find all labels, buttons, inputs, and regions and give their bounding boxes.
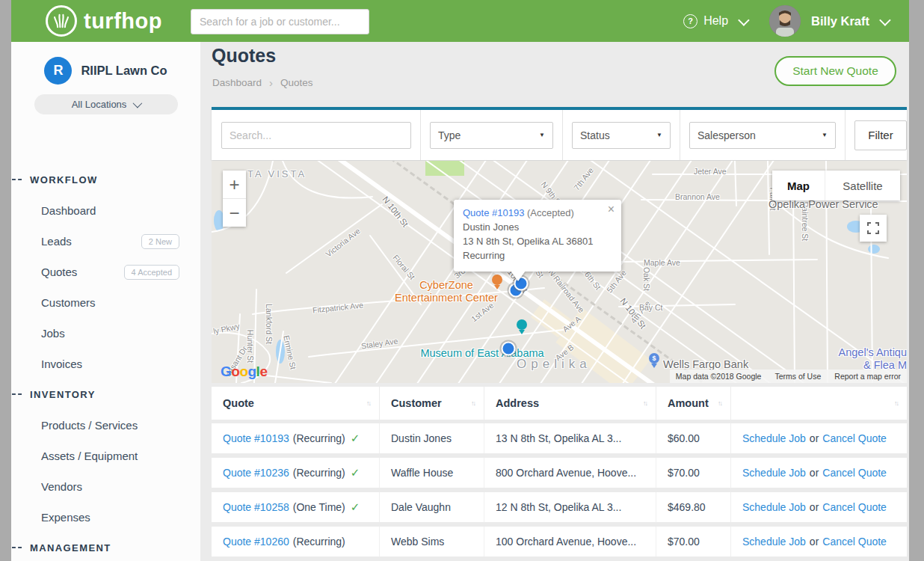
- column-header-amount[interactable]: Amount↑↓: [656, 387, 731, 420]
- sidebar-item-customers[interactable]: Customers: [11, 287, 200, 318]
- breadcrumb-quotes[interactable]: Quotes: [280, 77, 313, 88]
- filter-button[interactable]: Filter: [854, 120, 907, 150]
- schedule-job-link[interactable]: Schedule Job: [742, 467, 806, 479]
- type-select[interactable]: Type ▼: [430, 122, 553, 149]
- quote-link[interactable]: Quote #10193: [223, 432, 289, 444]
- sidebar-item-leads[interactable]: Leads2 New: [11, 226, 200, 257]
- column-header-quote[interactable]: Quote↑↓: [212, 387, 380, 420]
- zoom-in-button[interactable]: +: [223, 171, 246, 198]
- sidebar-item-expenses[interactable]: Expenses: [11, 502, 200, 533]
- schedule-job-link[interactable]: Schedule Job: [742, 501, 806, 513]
- sort-icon[interactable]: ↑↓: [471, 399, 475, 407]
- amount-cell: $70.00: [656, 458, 731, 488]
- sort-icon[interactable]: ↑↓: [718, 399, 721, 407]
- poi-pin-restaurant[interactable]: [492, 275, 502, 289]
- sort-icon[interactable]: ↑↓: [366, 399, 370, 407]
- salesperson-select[interactable]: Salesperson ▼: [689, 122, 836, 149]
- info-window-quote-link[interactable]: Quote #10193: [463, 207, 524, 218]
- zoom-out-button[interactable]: −: [223, 198, 246, 227]
- report-map-error-link[interactable]: Report a map error: [834, 372, 901, 381]
- poi-pin-bank[interactable]: $: [649, 353, 659, 368]
- sidebar-item-vendors[interactable]: Vendors: [11, 471, 200, 502]
- sidebar-section-label: WORKFLOW: [30, 174, 98, 186]
- quote-link[interactable]: Quote #10260: [223, 536, 289, 548]
- sidebar-section-management[interactable]: MANAGEMENT: [11, 533, 200, 561]
- global-search-input[interactable]: [191, 9, 369, 34]
- address-cell: 13 N 8th St, Opelika AL 3...: [484, 423, 656, 453]
- accepted-check-icon: ✓: [351, 466, 360, 479]
- section-dash-icon: [12, 179, 22, 180]
- sidebar-item-quotes[interactable]: Quotes4 Accepted: [11, 257, 200, 287]
- google-logo[interactable]: Google: [221, 364, 267, 380]
- sidebar-item-assets-equipment[interactable]: Assets / Equipment: [11, 441, 200, 471]
- start-new-quote-button[interactable]: Start New Quote: [774, 56, 896, 86]
- section-dash-icon: [12, 547, 22, 548]
- terms-of-use-link[interactable]: Terms of Use: [774, 372, 821, 381]
- breadcrumb-dashboard[interactable]: Dashboard: [212, 77, 262, 88]
- section-dash-icon: [12, 393, 22, 395]
- quote-marker[interactable]: [502, 342, 516, 356]
- quotes-map[interactable]: N 10th StN 10th StN 10th StVictoria AveF…: [212, 161, 907, 383]
- sidebar-section-inventory[interactable]: INVENTORY: [11, 379, 200, 410]
- status-select[interactable]: Status ▼: [572, 122, 671, 149]
- info-window-title: Quote #10193 (Accepted): [463, 206, 612, 221]
- info-window-address: 13 N 8th St, Opelika AL 36801: [463, 235, 612, 249]
- google-logo-letter: g: [248, 364, 256, 379]
- company-logo-icon: R: [44, 57, 72, 85]
- user-avatar[interactable]: [769, 5, 801, 37]
- cancel-quote-link[interactable]: Cancel Quote: [822, 467, 887, 479]
- sidebar-section-workflow[interactable]: WORKFLOW: [11, 165, 200, 195]
- table-row: Quote #10260(Recurring)Webb Sims100 Orch…: [212, 527, 907, 561]
- customer-cell: Waffle House: [380, 458, 484, 488]
- street-label: Bay Ct: [639, 303, 663, 312]
- user-name[interactable]: Billy Kraft: [811, 14, 869, 28]
- quote-link[interactable]: Quote #10258: [223, 501, 289, 513]
- location-selector[interactable]: All Locations: [34, 94, 178, 114]
- user-chevron-down-icon[interactable]: [879, 14, 891, 26]
- satellite-view-button[interactable]: Satellite: [825, 171, 900, 200]
- turfhop-logo[interactable]: turfhop: [46, 5, 162, 37]
- table-body: Quote #10193(Recurring)✓Dustin Jones13 N…: [212, 423, 907, 561]
- grass-logo-icon: [46, 5, 77, 37]
- accepted-check-icon: ✓: [351, 432, 360, 445]
- action-separator: or: [810, 501, 819, 513]
- column-header-actions[interactable]: ↑↓: [731, 387, 907, 420]
- help-menu[interactable]: ? Help: [683, 14, 728, 28]
- schedule-job-link[interactable]: Schedule Job: [742, 432, 806, 444]
- topbar-right-group: ? Help Billy Kraft: [683, 0, 888, 42]
- info-window-close-icon[interactable]: ×: [608, 205, 615, 214]
- customer-cell: Dale Vaughn: [380, 492, 484, 522]
- address-cell: 800 Orchard Avenue, Hoove...: [484, 458, 656, 488]
- schedule-job-link[interactable]: Schedule Job: [742, 536, 806, 548]
- cancel-quote-link[interactable]: Cancel Quote: [822, 432, 887, 444]
- column-header-customer[interactable]: Customer↑↓: [380, 387, 484, 420]
- sort-icon[interactable]: ↑↓: [643, 399, 647, 407]
- quote-link[interactable]: Quote #10236: [223, 467, 289, 479]
- help-label: Help: [703, 14, 728, 28]
- sidebar-item-jobs[interactable]: Jobs: [11, 318, 200, 349]
- info-window-type: Recurring: [463, 249, 612, 263]
- salesperson-select-label: Salesperson: [697, 129, 756, 141]
- area-label: TA VISTA: [247, 168, 307, 180]
- sidebar-item-label: Customers: [41, 296, 96, 309]
- amount-cell: $469.80: [656, 492, 731, 522]
- sidebar-item-dashboard[interactable]: Dashboard: [11, 195, 200, 226]
- logo-wordmark: turfhop: [84, 9, 162, 34]
- column-header-address[interactable]: Address↑↓: [484, 387, 656, 420]
- action-separator: or: [810, 467, 819, 479]
- info-window-customer: Dustin Jones: [463, 221, 612, 235]
- customer-cell: Dustin Jones: [380, 423, 484, 453]
- help-chevron-down-icon[interactable]: [738, 14, 750, 26]
- accepted-check-icon: ✓: [351, 500, 360, 514]
- fullscreen-button[interactable]: [860, 215, 887, 242]
- sidebar-item-products-services[interactable]: Products / Services: [11, 410, 200, 441]
- cancel-quote-link[interactable]: Cancel Quote: [822, 536, 887, 548]
- cancel-quote-link[interactable]: Cancel Quote: [822, 501, 887, 513]
- sort-icon[interactable]: ↑↓: [894, 399, 898, 407]
- map-view-button[interactable]: Map: [772, 171, 825, 200]
- quotes-search-input[interactable]: [221, 122, 411, 149]
- company-header[interactable]: R RIIPL Lawn Co: [11, 42, 200, 85]
- location-selector-label: All Locations: [72, 99, 127, 110]
- poi-pin-museum[interactable]: [517, 319, 527, 334]
- sidebar-item-invoices[interactable]: Invoices: [11, 349, 200, 379]
